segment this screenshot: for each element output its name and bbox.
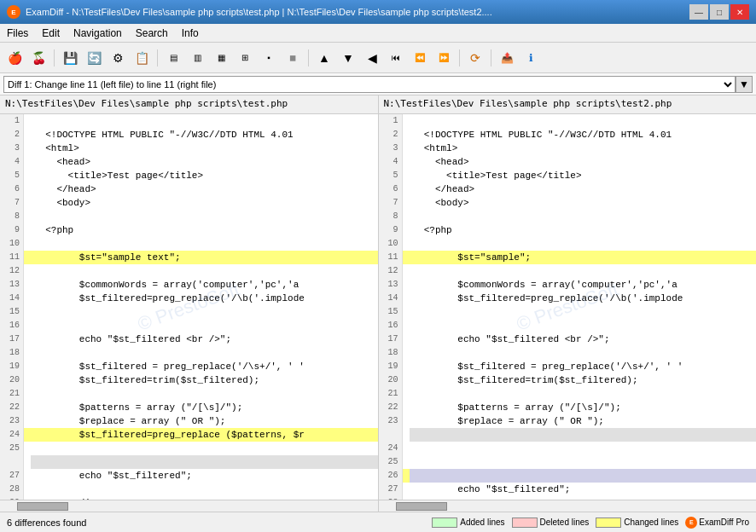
- window-title: ExamDiff - N:\TestFiles\Dev Files\sample…: [26, 7, 689, 17]
- line-indicator: [24, 264, 31, 278]
- menu-navigation[interactable]: Navigation: [67, 24, 129, 42]
- line-code: [31, 237, 378, 251]
- close-button[interactable]: ✕: [730, 4, 749, 20]
- table-row: 11 $st="sample text";: [0, 251, 378, 264]
- line-number: 8: [379, 210, 403, 223]
- line-indicator: [24, 401, 31, 414]
- table-row: 27 echo "$st_filtered";: [0, 469, 378, 483]
- table-row: 21: [0, 387, 378, 401]
- line-number: 15: [0, 305, 24, 319]
- line-number: 8: [0, 210, 24, 223]
- line-indicator: [403, 210, 410, 223]
- nav-prev-button[interactable]: ⏪: [409, 47, 431, 69]
- line-code: echo "$st_filtered <br />";: [410, 332, 757, 346]
- sync-button[interactable]: ⟳: [464, 47, 486, 69]
- line-code: [410, 442, 757, 455]
- left-scroll-thumb[interactable]: [17, 502, 68, 511]
- line-code: [31, 483, 378, 496]
- line-code: [31, 346, 378, 360]
- line-code: <body>: [410, 196, 757, 210]
- right-scrollbar-h[interactable]: [379, 500, 757, 512]
- line-code: $st_filtered=trim($st_filtered);: [31, 373, 378, 387]
- options-button[interactable]: ⚙: [107, 47, 129, 69]
- view6-button[interactable]: ◼: [282, 47, 304, 69]
- table-row: 9 <?php: [0, 223, 378, 237]
- view4-button[interactable]: ⊞: [234, 47, 256, 69]
- line-indicator: [24, 182, 31, 196]
- minimize-button[interactable]: —: [689, 4, 708, 20]
- line-code: [410, 469, 757, 483]
- line-number: 2: [379, 128, 403, 142]
- table-row: 20 $st_filtered=trim($st_filtered);: [0, 373, 378, 387]
- maximize-button[interactable]: □: [710, 4, 729, 20]
- line-indicator: [403, 360, 410, 373]
- legend-changed: Changed lines: [596, 518, 678, 528]
- line-indicator: [403, 319, 410, 332]
- line-code: $st_filtered = preg_replace('/\s+/', ' ': [410, 360, 757, 373]
- line-code: [31, 387, 378, 401]
- diff-dropdown-arrow[interactable]: ▼: [736, 76, 753, 93]
- table-row: 4 <head>: [379, 155, 757, 169]
- nav-first-button[interactable]: ⏮: [385, 47, 407, 69]
- rect-right-button[interactable]: ▦: [210, 47, 232, 69]
- logo-label: ExamDiff Pro: [699, 518, 749, 527]
- nav-left-button[interactable]: ◀: [361, 47, 383, 69]
- export-button[interactable]: 📤: [496, 47, 518, 69]
- open-left-button[interactable]: 🍎: [3, 47, 26, 69]
- refresh-button[interactable]: 🔄: [83, 47, 105, 69]
- line-indicator: [24, 237, 31, 251]
- open-right-button[interactable]: 🍒: [27, 47, 49, 69]
- line-number: 16: [379, 319, 403, 332]
- line-number: 9: [379, 223, 403, 237]
- line-code: </head>: [31, 182, 378, 196]
- table-row: 14 $st_filtered=preg_replace('/\b('.impl…: [379, 292, 757, 305]
- line-code: </head>: [410, 182, 757, 196]
- line-number: 1: [0, 114, 24, 128]
- right-scroll-thumb[interactable]: [396, 502, 447, 511]
- toolbar-separator-2: [157, 49, 158, 66]
- view5-button[interactable]: ▪: [258, 47, 280, 69]
- line-code: $patterns = array ("/[\s]/");: [410, 401, 757, 414]
- rect-mid-button[interactable]: ▥: [186, 47, 208, 69]
- table-row: 6 </head>: [0, 182, 378, 196]
- line-number: 17: [379, 332, 403, 346]
- line-indicator: [403, 469, 410, 483]
- table-row: 18: [0, 346, 378, 360]
- table-row: 14 $st_filtered=preg_replace('/\b('.impl…: [0, 292, 378, 305]
- rect-left-button[interactable]: ▤: [162, 47, 184, 69]
- nav-up-button[interactable]: ▲: [313, 47, 335, 69]
- menu-edit[interactable]: Edit: [35, 24, 67, 42]
- line-code: $patterns = array ("/[\s]/");: [31, 401, 378, 414]
- left-scrollbar-h[interactable]: [0, 500, 378, 512]
- left-scroll-area[interactable]: © PrestoSoft 12 <!DOCTYPE HTML PUBLIC "-…: [0, 114, 378, 500]
- line-indicator: [403, 401, 410, 414]
- line-indicator: [24, 319, 31, 332]
- info-btn[interactable]: ℹ: [520, 47, 542, 69]
- line-number: [0, 455, 24, 469]
- line-code: [410, 346, 757, 360]
- nav-next-button[interactable]: ⏩: [433, 47, 455, 69]
- save-button[interactable]: 💾: [59, 47, 81, 69]
- line-number: 7: [0, 196, 24, 210]
- copy-button[interactable]: 📋: [131, 47, 153, 69]
- table-row: 3 <html>: [379, 142, 757, 155]
- table-row: 23 $replace = array (" OR ");: [0, 414, 378, 428]
- line-indicator: [403, 414, 410, 428]
- line-number: 19: [379, 360, 403, 373]
- logo-icon: E: [685, 517, 697, 529]
- menu-files[interactable]: Files: [0, 24, 35, 42]
- line-code: [31, 264, 378, 278]
- menu-search[interactable]: Search: [129, 24, 175, 42]
- line-code: $replace = array (" OR ");: [31, 414, 378, 428]
- line-code: <body>: [31, 196, 378, 210]
- line-number: 2: [0, 128, 24, 142]
- line-number: 14: [0, 292, 24, 305]
- diff-select[interactable]: Diff 1: Change line 11 (left file) to li…: [3, 76, 736, 93]
- table-row: 16: [0, 319, 378, 332]
- nav-down-button[interactable]: ▼: [337, 47, 359, 69]
- line-indicator: [24, 169, 31, 182]
- table-row: 8: [0, 210, 378, 223]
- right-scroll-area[interactable]: © PrestoSoft 12 <!DOCTYPE HTML PUBLIC "-…: [379, 114, 757, 500]
- menu-info[interactable]: Info: [175, 24, 206, 42]
- status-legend: Added lines Deleted lines Changed lines …: [432, 517, 749, 529]
